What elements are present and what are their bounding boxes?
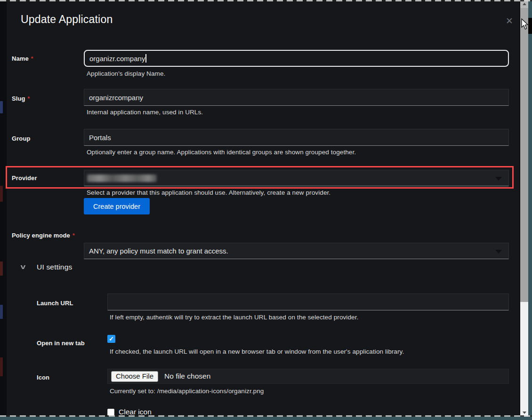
policy-engine-mode-label: Policy engine mode* <box>12 232 75 239</box>
checkmark-icon: ✓ <box>109 336 114 342</box>
provider-label: Provider <box>12 174 37 182</box>
choose-file-button[interactable]: Choose File <box>111 371 158 382</box>
chevron-down-icon <box>495 177 502 181</box>
close-icon[interactable]: ✕ <box>504 16 515 27</box>
open-in-new-tab-label: Open in new tab <box>37 340 85 347</box>
policy-engine-mode-label-text: Policy engine mode <box>12 232 70 239</box>
ui-settings-section-title[interactable]: UI settings <box>37 263 72 271</box>
provider-help: Select a provider that this application … <box>87 189 330 196</box>
chevron-down-icon <box>495 250 502 254</box>
policy-engine-mode-select[interactable]: ANY, any policy must match to grant acce… <box>84 243 509 259</box>
background-artifact <box>0 357 3 376</box>
group-help: Optionally enter a group name. Applicati… <box>87 149 356 156</box>
background-artifact <box>0 305 3 319</box>
name-label: Name* <box>12 55 33 62</box>
provider-select[interactable] <box>84 170 509 186</box>
slug-label-text: Slug <box>12 95 25 102</box>
launch-url-label: Launch URL <box>37 300 73 307</box>
icon-help: Currently set to: /media/application-ico… <box>110 388 264 395</box>
mouse-cursor <box>521 18 529 30</box>
launch-url-help: If left empty, authentik will try to ext… <box>110 314 358 321</box>
background-artifact <box>0 101 3 113</box>
slug-required-asterisk: * <box>28 95 30 102</box>
group-input[interactable] <box>84 129 509 146</box>
icon-file-input[interactable]: Choose File No file chosen <box>107 369 509 384</box>
file-chosen-status: No file chosen <box>164 372 210 380</box>
clear-icon-checkbox[interactable] <box>107 409 114 416</box>
slug-input[interactable] <box>84 89 509 106</box>
name-input[interactable]: organizr.company <box>84 50 509 67</box>
scrollbar-thumb[interactable] <box>520 8 528 302</box>
create-provider-button[interactable]: Create provider <box>84 198 150 214</box>
name-label-text: Name <box>12 55 29 62</box>
policy-required-asterisk: * <box>73 232 75 239</box>
bottom-edge-strip <box>0 417 532 420</box>
screenshot-root: Update Application ✕ Name* organizr.comp… <box>0 0 532 420</box>
update-application-modal: Update Application ✕ Name* organizr.comp… <box>7 1 519 417</box>
open-in-new-tab-help: If checked, the launch URL will open in … <box>110 348 404 355</box>
background-artifact <box>0 262 3 276</box>
launch-url-input[interactable] <box>107 293 509 310</box>
arrow-down-icon <box>523 412 526 414</box>
name-required-asterisk: * <box>31 55 33 62</box>
provider-redacted-value <box>87 174 157 182</box>
name-input-value: organizr.company <box>89 55 145 63</box>
capture-border-top <box>0 0 532 1</box>
arrow-up-icon <box>523 3 526 5</box>
slug-help: Internal application name, used in URLs. <box>87 109 203 116</box>
ui-settings-collapse-chevron-icon[interactable]: v <box>20 263 25 270</box>
text-caret <box>145 54 146 63</box>
icon-label: Icon <box>37 374 49 381</box>
slug-label: Slug* <box>12 95 30 102</box>
background-artifact <box>0 186 3 202</box>
group-label: Group <box>12 135 31 142</box>
name-help: Application's display Name. <box>87 70 165 77</box>
open-in-new-tab-checkbox[interactable]: ✓ <box>107 335 115 343</box>
right-edge-strip <box>528 0 532 420</box>
policy-engine-mode-value: ANY, any policy must match to grant acce… <box>89 247 228 255</box>
modal-title: Update Application <box>21 13 113 26</box>
